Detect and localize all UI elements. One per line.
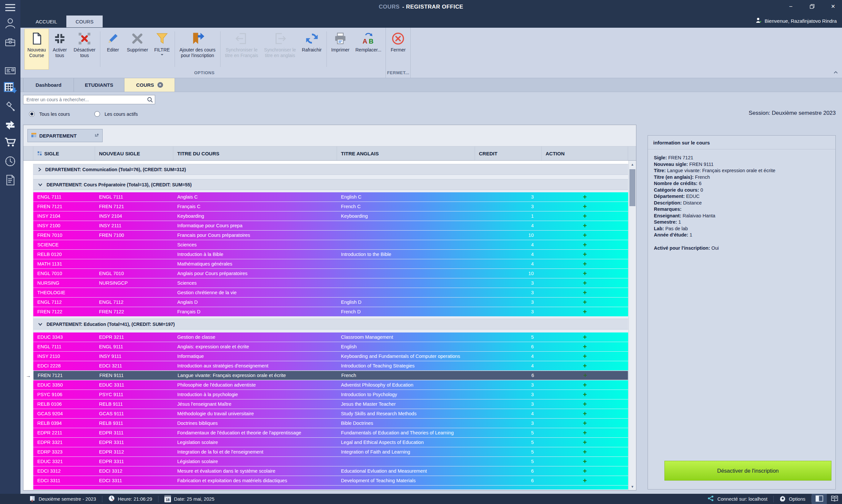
add-course-action-button[interactable]: + — [542, 390, 628, 399]
add-course-action-button[interactable]: + — [542, 240, 628, 249]
deactivate-all-button[interactable]: Désactivertous — [71, 29, 98, 70]
course-row[interactable]: FREN 7122FREN 7122Français DFrench D3+ — [23, 307, 636, 316]
course-row[interactable]: THEOLOGIEGestion chrétienne de la vie3+ — [23, 288, 636, 297]
add-course-action-button[interactable]: + — [542, 307, 628, 316]
column-header-action[interactable]: ACTION — [542, 146, 628, 160]
course-row[interactable]: ENGL 7111ENGL 9111Anglais: expression or… — [23, 342, 636, 351]
sidebar-item-mail[interactable] — [0, 65, 20, 76]
sidebar-item-apps-grid[interactable] — [0, 81, 20, 95]
add-course-action-button[interactable]: + — [542, 371, 629, 380]
sidebar-item-person[interactable] — [0, 17, 20, 30]
add-course-action-button[interactable]: + — [542, 250, 628, 259]
tab-dashboard[interactable]: Dashboard — [23, 78, 74, 92]
course-row[interactable]: NURSINGNURSINGCPSciences3+ — [23, 278, 636, 288]
close-icon[interactable]: ✕ — [827, 2, 839, 11]
add-course-action-button[interactable]: + — [542, 332, 628, 342]
radio-active-courses[interactable] — [94, 111, 100, 117]
close-window-button[interactable]: Fermer — [387, 29, 409, 70]
disable-enrollment-button[interactable]: Désactiver de l'inscription — [664, 461, 831, 481]
add-course-action-button[interactable]: + — [542, 476, 628, 485]
column-header-credit[interactable]: CREDIT — [475, 146, 542, 160]
course-row[interactable]: MATH 1131Mathématiques générales4+ — [23, 259, 636, 269]
add-course-action-button[interactable]: + — [542, 428, 628, 437]
add-course-action-button[interactable]: + — [542, 457, 628, 466]
course-row[interactable]: RELB 0106RELB 9111Jésus l'enseignant Maî… — [23, 399, 636, 409]
ribbon-tab-accueil[interactable]: ACCUEIL — [27, 16, 66, 28]
course-row[interactable]: EDCI 3311EDCI 3311Fabrication et exploit… — [23, 476, 636, 485]
sidebar-item-document[interactable] — [0, 174, 20, 186]
course-row[interactable]: EDUC 3321EDPR 3311Législation scolaire5+ — [23, 457, 636, 466]
course-row[interactable]: EDPR 2211EDPR 3111Fondamentaux de l'éduc… — [23, 428, 636, 437]
course-row[interactable]: FREN 7010FREN 7100Francais pour Cours pr… — [23, 231, 636, 240]
add-course-action-button[interactable]: + — [542, 221, 628, 230]
tab-close-icon[interactable]: ✕ — [157, 82, 163, 88]
add-course-action-button[interactable]: + — [542, 438, 628, 447]
add-course-action-button[interactable]: + — [542, 447, 628, 456]
course-row[interactable]: →FREN 7121FREN 9111Langue vivante: Franç… — [23, 371, 636, 380]
refresh-button[interactable]: Rafraichir — [299, 29, 325, 70]
add-course-action-button[interactable]: + — [542, 288, 628, 297]
add-courses-button[interactable]: Ajouter des courspour l'inscription — [177, 29, 218, 70]
search-icon[interactable] — [147, 97, 153, 104]
tab-cours[interactable]: COURS✕ — [124, 78, 175, 92]
add-course-action-button[interactable]: + — [542, 361, 628, 371]
sidebar-item-hamburger-menu[interactable] — [0, 3, 20, 13]
course-row[interactable]: EDUC 3350EDUC 3311Philosophie de l'éduca… — [23, 380, 636, 390]
group-header-row[interactable]: DEPARTEMENT: Education (Total=41), (CRED… — [23, 319, 636, 329]
activate-all-button[interactable]: Activertous — [49, 29, 71, 70]
sidebar-item-cart[interactable] — [0, 137, 20, 148]
add-course-action-button[interactable]: + — [542, 342, 628, 351]
sidebar-item-transfer[interactable] — [0, 119, 20, 131]
column-header-titre-du-cours[interactable]: TITRE DU COURS — [173, 146, 337, 160]
course-row[interactable]: EDRP 3323EDPR 3112Integration de la foi … — [23, 447, 636, 456]
course-row[interactable]: FREN 7121FREN 7121Français CFrench C3+ — [23, 202, 636, 211]
course-row[interactable]: SCIENCESciences4+ — [23, 240, 636, 249]
add-course-action-button[interactable]: + — [542, 352, 628, 361]
vertical-scrollbar[interactable]: ▲ ▼ — [629, 161, 636, 490]
course-row[interactable]: GCAS 9204GCAS 9111Méthodologie du travai… — [23, 409, 636, 418]
column-header-nouveau-sigle[interactable]: NOUVEAU SIGLE — [95, 146, 173, 160]
course-row[interactable]: ENGL 7112ENGL 7112Anglais DEnglish D3+ — [23, 298, 636, 307]
tab-etudiants[interactable]: ETUDIANTS — [74, 78, 124, 92]
scroll-down-icon[interactable]: ▼ — [629, 483, 636, 490]
add-course-action-button[interactable]: + — [542, 298, 628, 307]
add-course-action-button[interactable]: + — [542, 409, 628, 418]
sidebar-item-briefcase[interactable] — [0, 36, 20, 48]
add-course-action-button[interactable]: + — [542, 202, 628, 211]
add-course-action-button[interactable]: + — [542, 212, 628, 221]
add-course-action-button[interactable]: + — [542, 269, 628, 278]
add-course-action-button[interactable]: + — [542, 466, 628, 475]
course-row[interactable]: EDCI 2228EDCI 3211Introduction aux strat… — [23, 361, 636, 371]
column-header-titre-anglais[interactable]: TITRE ANGLAIS — [337, 146, 475, 160]
course-row[interactable]: ENGL 7111ENGL 7111Anglais CEnglish C3+ — [23, 192, 636, 201]
course-row[interactable]: INSY 2110INSY 9111InformatiqueKeyboardin… — [23, 352, 636, 361]
radio-all-courses[interactable] — [29, 111, 35, 117]
course-row[interactable]: PSYC 9106PSYC 9111Introduction à la psyc… — [23, 390, 636, 399]
group-header-row[interactable]: DEPARTEMENT: Cours Préparatoire (Total=1… — [23, 179, 636, 190]
scrollbar-thumb[interactable] — [629, 169, 635, 206]
add-course-action-button[interactable]: + — [542, 399, 628, 409]
add-course-action-button[interactable]: + — [542, 278, 628, 288]
print-button[interactable]: Imprimer — [329, 29, 352, 70]
group-header-row[interactable]: DEPARTEMENT: Communication (Total=76), (… — [23, 164, 636, 175]
sidebar-item-clock[interactable] — [0, 155, 20, 167]
maximize-icon[interactable] — [806, 2, 818, 11]
sidebar-item-hammer[interactable] — [0, 100, 20, 112]
add-course-action-button[interactable]: + — [542, 259, 628, 269]
course-row[interactable]: EDUC 3343EDPR 3211Gestion de classeClass… — [23, 332, 636, 342]
panel-toggle-button[interactable] — [812, 494, 827, 504]
course-row[interactable]: EDCI 3312EDCI 3312Mesure et évaluation d… — [23, 466, 636, 475]
add-course-action-button[interactable]: + — [542, 192, 628, 201]
course-row[interactable]: EDPR 3321EDPR 3311Legislation scolaireLe… — [23, 438, 636, 447]
filter-button[interactable]: FILTRE — [151, 29, 173, 70]
course-row[interactable]: RELB 0394RELB 9311Doctrines bibliquesBib… — [23, 418, 636, 428]
delete-button[interactable]: Supprimer — [124, 29, 151, 70]
course-row[interactable]: RELB 0120Introduction à la BibleIntroduc… — [23, 250, 636, 259]
scroll-up-icon[interactable]: ▲ — [629, 161, 636, 168]
add-course-action-button[interactable]: + — [542, 418, 628, 428]
add-course-action-button[interactable]: + — [542, 231, 628, 240]
open-book-button[interactable] — [827, 494, 842, 504]
course-row[interactable]: INSY 2100INSY 2111Informatique pour Cour… — [23, 221, 636, 230]
group-by-chip-departement[interactable]: DEPARTEMENT — [28, 129, 103, 142]
ribbon-tab-cours[interactable]: COURS — [66, 16, 103, 28]
